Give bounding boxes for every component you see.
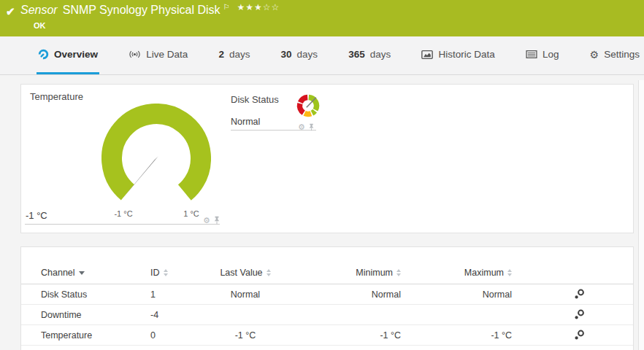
disk-status-gauge — [293, 90, 323, 121]
table-header-row: Channel ID Last Value Minimum Maximum — [21, 262, 633, 284]
sort-desc-icon — [79, 271, 85, 275]
sensor-title-line: SensorSNMP Synology Physical Disk⚐★★★☆☆ — [20, 4, 280, 17]
channel-settings-icon[interactable] — [574, 330, 585, 341]
broadcast-icon — [129, 50, 141, 59]
channel-id: -4 — [150, 310, 205, 320]
tab-number: 30 — [281, 49, 292, 60]
sensor-overview-page: ✔ SensorSNMP Synology Physical Disk⚐★★★☆… — [0, 0, 644, 350]
tab-historic-data[interactable]: Historic Data — [420, 36, 496, 74]
tab-unit: days — [370, 49, 391, 60]
column-header-last-value[interactable]: Last Value — [205, 268, 285, 278]
tab-unit: days — [297, 49, 318, 60]
sort-both-icon — [267, 269, 271, 276]
disk-status-last-value: Normal — [231, 117, 260, 127]
channel-name[interactable]: Temperature — [41, 330, 150, 341]
channel-name[interactable]: Downtime — [41, 310, 150, 320]
column-header-minimum[interactable]: Minimum — [285, 268, 401, 278]
channel-maximum: -1 °C — [401, 330, 512, 341]
column-header-id[interactable]: ID — [150, 268, 205, 278]
gauge-needle — [123, 157, 158, 199]
tab-live-data[interactable]: Live Data — [127, 36, 189, 74]
tab-number: 2 — [218, 49, 224, 60]
column-header-channel[interactable]: Channel — [41, 268, 150, 278]
sensor-header: ✔ SensorSNMP Synology Physical Disk⚐★★★☆… — [0, 0, 644, 36]
tab-label: Live Data — [146, 49, 188, 60]
table-row: Temperature 0 -1 °C -1 °C -1 °C — [21, 325, 633, 346]
channel-name[interactable]: Disk Status — [41, 289, 150, 300]
stars-empty: ☆☆ — [263, 2, 280, 12]
scrollbar[interactable] — [638, 80, 644, 350]
channel-settings-icon[interactable] — [574, 309, 585, 320]
tab-settings[interactable]: ⚙ Settings — [589, 36, 641, 74]
table-row: Downtime -4 — [21, 305, 633, 325]
channel-settings-icon[interactable] — [574, 289, 585, 300]
area-chart-icon — [421, 50, 433, 60]
pin-icon[interactable] — [213, 216, 221, 225]
channel-last-value: -1 °C — [205, 330, 285, 341]
channel-id: 0 — [150, 330, 205, 341]
temperature-gauge-title: Temperature — [30, 91, 83, 102]
sensor-title: SNMP Synology Physical Disk — [63, 4, 221, 16]
sensor-status-badge: OK — [34, 21, 46, 30]
column-header-label: Channel — [41, 268, 75, 278]
column-header-maximum[interactable]: Maximum — [401, 268, 512, 278]
channel-minimum: -1 °C — [285, 330, 401, 341]
channel-minimum: Normal — [285, 289, 401, 300]
gear-icon: ⚙ — [590, 50, 599, 60]
temperature-min-label: -1 °C — [103, 209, 144, 218]
gear-icon[interactable]: ⚙ — [298, 123, 305, 131]
priority-stars[interactable]: ★★★☆☆ — [237, 2, 280, 12]
tab-log[interactable]: Log — [524, 36, 561, 74]
gauge-icon — [38, 49, 49, 60]
tab-label: Settings — [604, 49, 640, 60]
gauges-panel: Temperature -1 °C 1 °C -1 °C ⚙ Disk Stat… — [20, 84, 634, 233]
tab-overview[interactable]: Overview — [37, 36, 99, 74]
temperature-gauge — [101, 104, 211, 213]
stars-filled: ★★★ — [237, 2, 262, 12]
column-header-label: Minimum — [356, 268, 393, 278]
log-list-icon — [526, 50, 537, 59]
tab-unit: days — [229, 49, 250, 60]
sort-both-icon — [507, 269, 512, 276]
sensor-type-label: Sensor — [20, 4, 58, 16]
tab-number: 365 — [348, 49, 365, 60]
tab-label: Overview — [54, 49, 98, 60]
channel-id: 1 — [150, 289, 205, 300]
channel-last-value: Normal — [205, 289, 285, 300]
tab-2-days[interactable]: 2 days — [217, 36, 251, 74]
channels-table: Channel ID Last Value Minimum Maximum — [21, 262, 633, 346]
disk-status-gauge-title: Disk Status — [231, 94, 279, 105]
sort-both-icon — [164, 269, 168, 276]
tab-bar: Overview Live Data 2 days 30 days 365 da… — [0, 36, 644, 75]
table-row: Disk Status 1 Normal Normal Normal — [21, 284, 633, 305]
temperature-divider — [25, 224, 220, 225]
ok-check-icon: ✔ — [6, 5, 15, 18]
channel-maximum: Normal — [401, 289, 512, 300]
flag-icon[interactable]: ⚐ — [223, 3, 229, 11]
temperature-last-value: -1 °C — [26, 210, 47, 221]
column-header-label: ID — [150, 268, 160, 278]
temperature-gauge-actions: ⚙ — [203, 216, 221, 225]
column-header-label: Last Value — [220, 268, 262, 278]
channels-panel: Channel ID Last Value Minimum Maximum — [20, 246, 634, 350]
disk-status-gauge-actions: ⚙ — [298, 123, 315, 131]
tab-30-days[interactable]: 30 days — [280, 36, 320, 74]
pin-icon[interactable] — [308, 123, 315, 131]
tab-label: Log — [543, 49, 559, 60]
gear-icon[interactable]: ⚙ — [203, 217, 210, 225]
tab-label: Historic Data — [438, 49, 494, 60]
column-header-label: Maximum — [464, 268, 504, 278]
tab-365-days[interactable]: 365 days — [347, 36, 392, 74]
